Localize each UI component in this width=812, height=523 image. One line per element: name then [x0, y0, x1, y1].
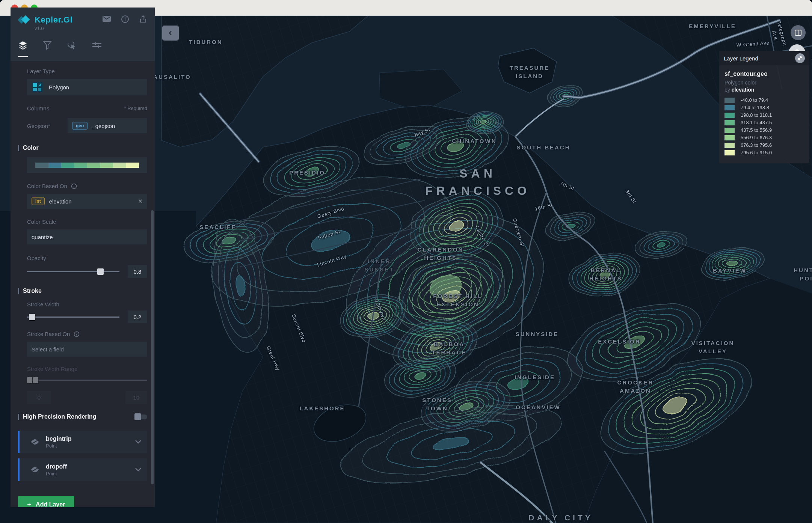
- opacity-slider-handle[interactable]: [97, 268, 104, 275]
- tab-filters[interactable]: [43, 40, 52, 57]
- stroke-width-range-slider[interactable]: [27, 374, 147, 386]
- layers-icon: [18, 40, 28, 50]
- collapse-sidebar-button[interactable]: [162, 26, 179, 41]
- cursor-click-icon: [67, 40, 77, 50]
- palette-swatch: [113, 163, 126, 168]
- range-max-value[interactable]: 10: [125, 391, 147, 404]
- layer-type-label: Layer Type: [27, 68, 147, 74]
- palette-swatch: [100, 163, 113, 168]
- info-icon[interactable]: [121, 15, 129, 23]
- legend-row: -40.0 to 79.4: [724, 97, 804, 103]
- toggle-knob: [134, 413, 141, 420]
- mail-icon[interactable]: [102, 15, 111, 23]
- layer-type-select[interactable]: Polygon: [27, 79, 147, 95]
- side-panel-header: Kepler.Gl v1.0: [11, 8, 155, 61]
- palette-swatch: [35, 163, 48, 168]
- high-precision-title: High Precision Rendering: [18, 413, 97, 420]
- stroke-field-select[interactable]: Select a field: [27, 342, 147, 357]
- opacity-slider[interactable]: [27, 266, 119, 277]
- app-version: v1.0: [35, 26, 147, 31]
- slider-track: [27, 317, 119, 318]
- geojson-label: Geojson*: [27, 123, 68, 129]
- legend-toggle-button[interactable]: [795, 53, 805, 63]
- filter-funnel-icon: [43, 40, 52, 50]
- stroke-width-value[interactable]: 0.2: [128, 310, 147, 323]
- side-panel-tabs: [18, 40, 147, 57]
- range-handle-high[interactable]: [33, 377, 38, 383]
- color-palette-select[interactable]: [27, 157, 147, 173]
- tab-layers[interactable]: [18, 40, 28, 57]
- side-panel-scrollbar[interactable]: [151, 210, 154, 484]
- section-bar: [18, 288, 19, 294]
- stroke-section-title: Stroke: [18, 288, 147, 294]
- int-type-tag: int: [32, 197, 45, 205]
- legend-swatch: [724, 120, 735, 125]
- layer-card-dropoff[interactable]: dropoff Point: [18, 458, 147, 481]
- legend-swatch: [724, 105, 735, 110]
- layer-type: Point: [46, 471, 67, 476]
- legend-row: 676.3 to 795.6: [724, 142, 804, 148]
- eye-visibility-icon: [31, 467, 39, 473]
- tab-interactions[interactable]: [67, 40, 77, 57]
- chevron-down-icon[interactable]: [135, 468, 141, 472]
- color-field-select[interactable]: int elevation ✕: [27, 194, 147, 209]
- settings-sliders-icon: [92, 40, 102, 50]
- side-panel: Kepler.Gl v1.0: [11, 8, 155, 507]
- tab-basemap[interactable]: [92, 40, 102, 57]
- slider-track: [27, 380, 147, 381]
- palette-swatch: [48, 163, 62, 168]
- section-bar: [18, 145, 19, 151]
- chevron-down-icon[interactable]: [135, 440, 141, 444]
- legend-swatch: [724, 150, 735, 155]
- app-window: TIBURON SAUSALITO EMERYVILLE W Grand Ave…: [0, 0, 812, 523]
- palette-swatch: [87, 163, 100, 168]
- stroke-width-slider-handle[interactable]: [29, 314, 35, 320]
- color-field-value: elevation: [49, 198, 72, 205]
- layer-name: dropoff: [46, 463, 67, 470]
- legend-pin-icon: [797, 56, 803, 61]
- chevron-left-icon: [168, 30, 173, 36]
- geojson-field-select[interactable]: geo _geojson: [68, 118, 147, 133]
- legend-row: 198.8 to 318.1: [724, 112, 804, 118]
- layer-name: begintrip: [46, 436, 71, 442]
- layer-type-value: Polygon: [49, 84, 69, 90]
- legend-row: 556.9 to 676.3: [724, 135, 804, 140]
- layer-type: Point: [46, 443, 71, 449]
- kepler-logo-icon: [18, 15, 31, 25]
- opacity-value[interactable]: 0.8: [128, 265, 147, 278]
- stroke-field-placeholder: Select a field: [32, 346, 64, 353]
- range-handle-low[interactable]: [27, 377, 32, 383]
- legend-row: 318.1 to 437.5: [724, 120, 804, 125]
- legend-rows: -40.0 to 79.4 79.4 to 198.8 198.8 to 318…: [724, 97, 804, 155]
- palette-swatch: [126, 163, 139, 168]
- color-scale-select[interactable]: quantize: [27, 229, 147, 244]
- legend-row: 79.4 to 198.8: [724, 105, 804, 110]
- legend-swatch: [724, 128, 735, 133]
- layer-legend-header: Layer Legend: [719, 51, 809, 65]
- color-section-title: Color: [18, 145, 147, 151]
- legend-by-field: by elevation: [724, 87, 804, 93]
- plus-icon: +: [27, 500, 31, 507]
- split-map-button[interactable]: [791, 25, 806, 40]
- high-precision-toggle[interactable]: [134, 414, 147, 419]
- eye-visibility-icon: [31, 439, 39, 445]
- color-based-on-label: Color Based On: [27, 183, 67, 189]
- app-title: Kepler.Gl: [35, 15, 72, 25]
- export-icon[interactable]: [139, 15, 147, 23]
- clear-field-icon[interactable]: ✕: [138, 198, 143, 205]
- color-scale-value: quantize: [32, 234, 53, 240]
- legend-swatch: [724, 143, 735, 148]
- palette-swatch: [61, 163, 74, 168]
- legend-row: 795.6 to 915.0: [724, 150, 804, 155]
- legend-row: 437.5 to 556.9: [724, 127, 804, 133]
- stroke-width-slider[interactable]: [27, 311, 119, 323]
- layer-card-begintrip[interactable]: begintrip Point: [18, 431, 147, 453]
- geo-type-tag: geo: [72, 122, 88, 130]
- slider-track: [27, 271, 119, 272]
- range-min-value[interactable]: 0: [27, 391, 51, 404]
- add-layer-button[interactable]: + Add Layer: [18, 496, 74, 507]
- palette-swatch: [74, 163, 88, 168]
- columns-label: Columns: [27, 105, 49, 112]
- stroke-width-label: Stroke Width: [27, 301, 147, 307]
- layer-legend-title: Layer Legend: [724, 55, 758, 62]
